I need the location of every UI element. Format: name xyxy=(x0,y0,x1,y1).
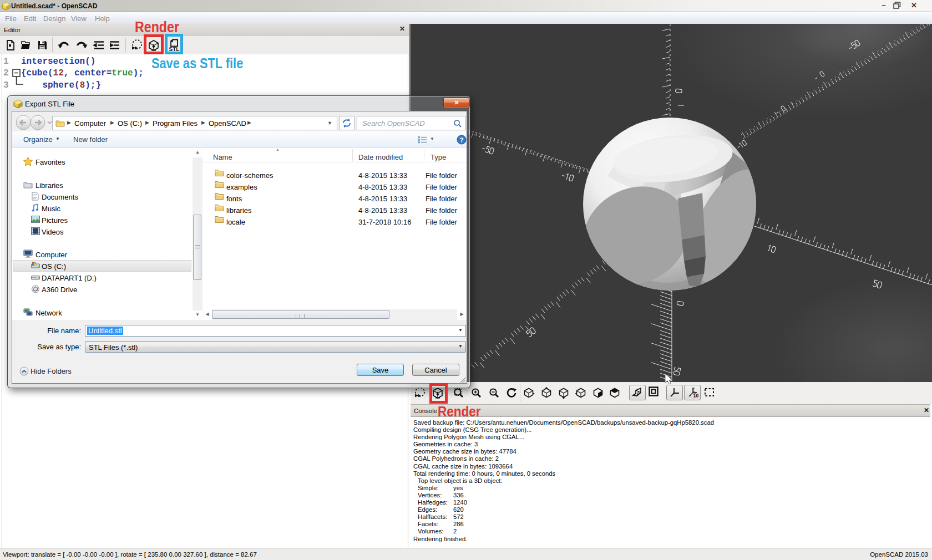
svg-text:?: ? xyxy=(459,136,463,144)
svg-text:10: 10 xyxy=(693,393,698,399)
